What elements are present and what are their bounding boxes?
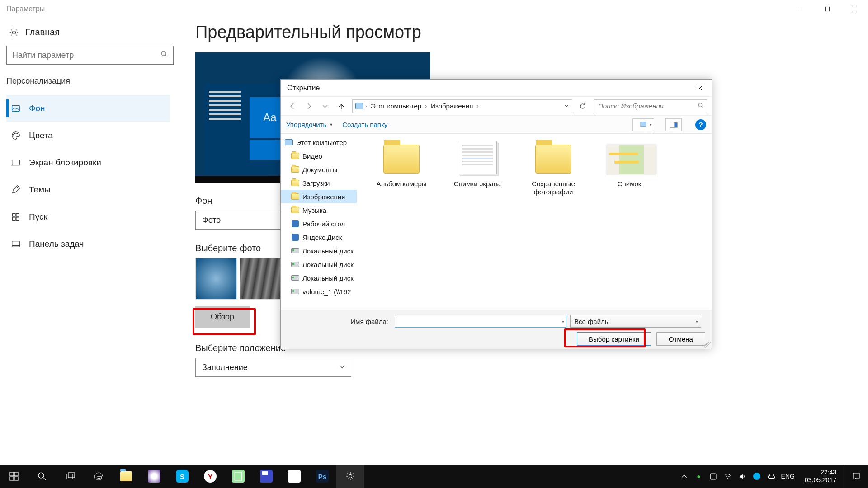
taskbar-yandex[interactable]: Y	[196, 465, 224, 488]
tray-wifi-icon[interactable]	[723, 473, 732, 480]
tray-date: 03.05.2017	[805, 476, 836, 484]
file-item-snapshot[interactable]: Снимок	[598, 141, 660, 196]
tree-desktop[interactable]: Рабочий стол	[281, 217, 365, 230]
photo-thumb[interactable]	[195, 258, 237, 300]
filename-label: Имя файла:	[287, 318, 391, 325]
chevron-down-icon[interactable]: ▾	[562, 319, 564, 324]
breadcrumb-leaf[interactable]: Изображения	[429, 102, 475, 110]
taskbar-app[interactable]	[140, 465, 168, 488]
tray-time: 22:43	[805, 469, 836, 476]
file-item-camera-album[interactable]: Альбом камеры	[370, 141, 433, 196]
taskbar-skype[interactable]: S	[168, 465, 196, 488]
folder-tree[interactable]: Этот компьютер Видео Документы Загрузки …	[281, 134, 365, 310]
breadcrumb-sep: ›	[476, 103, 478, 109]
svg-point-5	[161, 51, 166, 56]
nav-recent-button[interactable]	[318, 100, 332, 113]
svg-rect-11	[12, 160, 20, 165]
background-type-value: Фото	[202, 216, 221, 225]
refresh-button[interactable]	[576, 103, 590, 110]
breadcrumb-root[interactable]: Этот компьютер	[369, 102, 423, 110]
tray-app-icon[interactable]	[752, 473, 761, 480]
tree-network-volume[interactable]: volume_1 (\\192	[281, 285, 365, 298]
preview-pane-button[interactable]	[665, 118, 682, 131]
svg-rect-14	[16, 214, 19, 216]
task-view-button[interactable]	[56, 465, 84, 488]
nav-forward-button[interactable]	[302, 100, 316, 113]
tree-videos[interactable]: Видео	[281, 149, 365, 163]
file-item-saved-photos[interactable]: Сохраненные фотографии	[522, 141, 585, 196]
svg-line-23	[702, 106, 703, 108]
dialog-search-input[interactable]	[594, 100, 707, 113]
dialog-bottom-panel: Имя файла: ▾ Все файлы ▾ Выбор картинки …	[281, 310, 712, 349]
tree-local-disk[interactable]: Локальный диск	[281, 271, 365, 285]
filename-combo[interactable]: ▾	[395, 315, 566, 328]
settings-search-input[interactable]	[7, 46, 173, 64]
file-item-screenshots[interactable]: Снимки экрана	[446, 141, 509, 196]
tray-chevron-icon[interactable]	[680, 473, 689, 480]
action-center-button[interactable]	[844, 465, 868, 488]
tree-this-pc[interactable]: Этот компьютер	[281, 136, 365, 149]
tray-clock[interactable]: 22:43 03.05.2017	[800, 469, 841, 484]
dialog-close-button[interactable]	[688, 80, 712, 96]
fit-select[interactable]: Заполнение	[195, 358, 351, 377]
svg-point-32	[38, 473, 44, 478]
organize-button[interactable]: Упорядочить▼	[286, 121, 333, 128]
view-mode-button[interactable]	[632, 118, 654, 131]
filetype-select[interactable]: Все файлы ▾	[570, 315, 701, 328]
svg-rect-1	[826, 7, 830, 11]
resize-grip[interactable]	[704, 342, 711, 348]
scroll-up-button[interactable]: ▲	[357, 134, 365, 142]
maximize-button[interactable]	[814, 0, 841, 18]
tree-pictures[interactable]: Изображения	[281, 190, 365, 203]
scroll-down-button[interactable]: ▼	[357, 302, 365, 310]
nav-item-label: Фон	[29, 103, 45, 113]
file-list[interactable]: Альбом камеры Снимки экрана Сохраненные …	[365, 134, 712, 310]
tree-local-disk[interactable]: Локальный диск	[281, 258, 365, 271]
taskbar-save[interactable]	[252, 465, 280, 488]
taskbar-settings[interactable]	[336, 465, 364, 488]
taskbar-paint[interactable]	[280, 465, 308, 488]
settings-search[interactable]	[6, 46, 174, 65]
new-folder-button[interactable]: Создать папку	[342, 121, 387, 128]
nav-back-button[interactable]	[285, 100, 300, 113]
tree-local-disk[interactable]: Локальный диск	[281, 244, 365, 258]
search-button[interactable]	[28, 465, 56, 488]
close-button[interactable]	[841, 0, 868, 18]
start-button[interactable]	[0, 465, 28, 488]
dialog-search[interactable]	[594, 99, 707, 113]
browse-button[interactable]: Обзор	[195, 306, 250, 328]
tree-music[interactable]: Музыка	[281, 203, 365, 217]
tray-volume-icon[interactable]	[738, 473, 747, 480]
breadcrumb-dropdown[interactable]	[564, 102, 569, 110]
tray-defender-icon[interactable]	[709, 473, 718, 480]
taskbar-notepad[interactable]	[224, 465, 252, 488]
tree-documents[interactable]: Документы	[281, 163, 365, 176]
tray-cloud-icon[interactable]	[767, 473, 776, 480]
nav-lockscreen[interactable]: Экран блокировки	[6, 149, 170, 176]
tray-language[interactable]: ENG	[781, 473, 795, 480]
svg-point-10	[17, 133, 18, 134]
breadcrumb-sep: ›	[365, 103, 367, 109]
nav-start[interactable]: Пуск	[6, 203, 170, 230]
scrollbar-thumb[interactable]	[357, 134, 365, 233]
taskbar-edge[interactable]	[84, 465, 112, 488]
nav-home[interactable]: Главная	[6, 23, 170, 46]
content-heading: Предварительный просмотр	[195, 23, 430, 42]
filename-input[interactable]	[395, 315, 566, 327]
help-button[interactable]: ?	[695, 119, 706, 130]
nav-up-button[interactable]	[334, 100, 349, 113]
nav-taskbar[interactable]: Панель задач	[6, 230, 170, 258]
breadcrumb[interactable]: › Этот компьютер › Изображения ›	[352, 99, 572, 113]
photo-thumb[interactable]	[240, 258, 281, 300]
minimize-button[interactable]	[787, 0, 814, 18]
tray-app-icon[interactable]: ●	[694, 473, 703, 480]
select-picture-button[interactable]: Выбор картинки	[577, 332, 651, 346]
nav-themes[interactable]: Темы	[6, 176, 170, 203]
tree-yandex-disk[interactable]: Яндекс.Диск	[281, 230, 365, 244]
cancel-button[interactable]: Отмена	[656, 332, 705, 346]
nav-colors[interactable]: Цвета	[6, 122, 170, 149]
taskbar-explorer[interactable]	[112, 465, 140, 488]
tree-downloads[interactable]: Загрузки	[281, 176, 365, 190]
nav-background[interactable]: Фон	[6, 95, 170, 122]
taskbar-photoshop[interactable]: Ps	[308, 465, 336, 488]
